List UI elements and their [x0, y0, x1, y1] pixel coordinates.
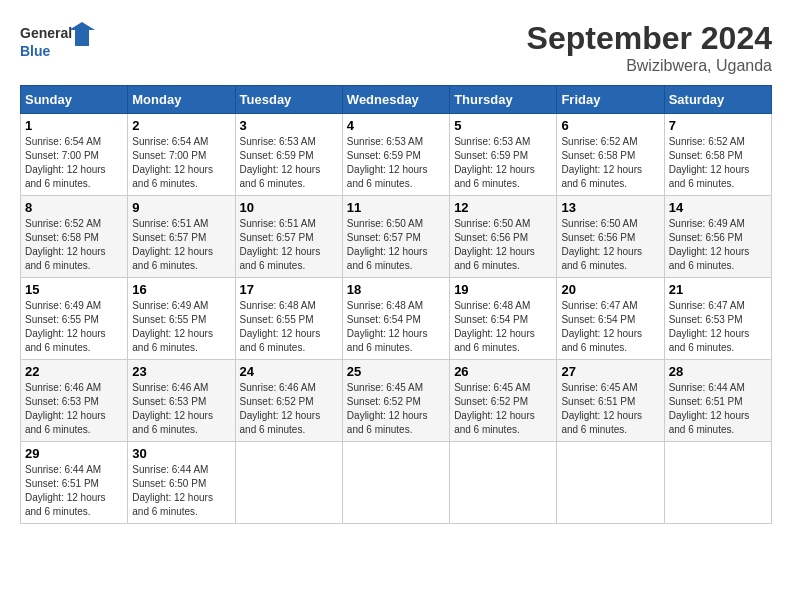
svg-text:Blue: Blue [20, 43, 51, 59]
day-detail: Sunrise: 6:54 AMSunset: 7:00 PMDaylight:… [25, 136, 106, 189]
calendar-body: 1 Sunrise: 6:54 AMSunset: 7:00 PMDayligh… [21, 114, 772, 524]
day-cell-6: 6 Sunrise: 6:52 AMSunset: 6:58 PMDayligh… [557, 114, 664, 196]
day-detail: Sunrise: 6:45 AMSunset: 6:51 PMDaylight:… [561, 382, 642, 435]
day-number: 7 [669, 118, 767, 133]
day-detail: Sunrise: 6:49 AMSunset: 6:55 PMDaylight:… [25, 300, 106, 353]
day-detail: Sunrise: 6:53 AMSunset: 6:59 PMDaylight:… [454, 136, 535, 189]
empty-cell-4-4 [450, 442, 557, 524]
logo-svg: General Blue [20, 20, 100, 65]
day-detail: Sunrise: 6:49 AMSunset: 6:56 PMDaylight:… [669, 218, 750, 271]
day-cell-8: 8 Sunrise: 6:52 AMSunset: 6:58 PMDayligh… [21, 196, 128, 278]
day-number: 30 [132, 446, 230, 461]
day-detail: Sunrise: 6:48 AMSunset: 6:55 PMDaylight:… [240, 300, 321, 353]
day-detail: Sunrise: 6:52 AMSunset: 6:58 PMDaylight:… [25, 218, 106, 271]
day-cell-26: 26 Sunrise: 6:45 AMSunset: 6:52 PMDaylig… [450, 360, 557, 442]
col-tuesday: Tuesday [235, 86, 342, 114]
day-detail: Sunrise: 6:49 AMSunset: 6:55 PMDaylight:… [132, 300, 213, 353]
week-row-3: 15 Sunrise: 6:49 AMSunset: 6:55 PMDaylig… [21, 278, 772, 360]
day-detail: Sunrise: 6:50 AMSunset: 6:56 PMDaylight:… [454, 218, 535, 271]
col-saturday: Saturday [664, 86, 771, 114]
day-number: 5 [454, 118, 552, 133]
day-number: 17 [240, 282, 338, 297]
col-wednesday: Wednesday [342, 86, 449, 114]
empty-cell-4-6 [664, 442, 771, 524]
day-number: 9 [132, 200, 230, 215]
day-cell-24: 24 Sunrise: 6:46 AMSunset: 6:52 PMDaylig… [235, 360, 342, 442]
day-detail: Sunrise: 6:44 AMSunset: 6:50 PMDaylight:… [132, 464, 213, 517]
day-detail: Sunrise: 6:51 AMSunset: 6:57 PMDaylight:… [132, 218, 213, 271]
day-cell-30: 30 Sunrise: 6:44 AMSunset: 6:50 PMDaylig… [128, 442, 235, 524]
day-detail: Sunrise: 6:51 AMSunset: 6:57 PMDaylight:… [240, 218, 321, 271]
svg-text:General: General [20, 25, 72, 41]
day-cell-10: 10 Sunrise: 6:51 AMSunset: 6:57 PMDaylig… [235, 196, 342, 278]
col-thursday: Thursday [450, 86, 557, 114]
empty-cell-4-5 [557, 442, 664, 524]
day-cell-3: 3 Sunrise: 6:53 AMSunset: 6:59 PMDayligh… [235, 114, 342, 196]
header-row: Sunday Monday Tuesday Wednesday Thursday… [21, 86, 772, 114]
location: Bwizibwera, Uganda [527, 57, 772, 75]
calendar-table: Sunday Monday Tuesday Wednesday Thursday… [20, 85, 772, 524]
empty-cell-4-2 [235, 442, 342, 524]
day-detail: Sunrise: 6:48 AMSunset: 6:54 PMDaylight:… [454, 300, 535, 353]
day-cell-29: 29 Sunrise: 6:44 AMSunset: 6:51 PMDaylig… [21, 442, 128, 524]
day-detail: Sunrise: 6:45 AMSunset: 6:52 PMDaylight:… [454, 382, 535, 435]
day-cell-19: 19 Sunrise: 6:48 AMSunset: 6:54 PMDaylig… [450, 278, 557, 360]
day-detail: Sunrise: 6:53 AMSunset: 6:59 PMDaylight:… [240, 136, 321, 189]
day-number: 4 [347, 118, 445, 133]
day-number: 2 [132, 118, 230, 133]
day-number: 22 [25, 364, 123, 379]
day-detail: Sunrise: 6:50 AMSunset: 6:57 PMDaylight:… [347, 218, 428, 271]
day-cell-14: 14 Sunrise: 6:49 AMSunset: 6:56 PMDaylig… [664, 196, 771, 278]
day-number: 14 [669, 200, 767, 215]
day-cell-9: 9 Sunrise: 6:51 AMSunset: 6:57 PMDayligh… [128, 196, 235, 278]
day-cell-1: 1 Sunrise: 6:54 AMSunset: 7:00 PMDayligh… [21, 114, 128, 196]
day-number: 18 [347, 282, 445, 297]
week-row-2: 8 Sunrise: 6:52 AMSunset: 6:58 PMDayligh… [21, 196, 772, 278]
week-row-5: 29 Sunrise: 6:44 AMSunset: 6:51 PMDaylig… [21, 442, 772, 524]
week-row-4: 22 Sunrise: 6:46 AMSunset: 6:53 PMDaylig… [21, 360, 772, 442]
day-cell-25: 25 Sunrise: 6:45 AMSunset: 6:52 PMDaylig… [342, 360, 449, 442]
day-cell-13: 13 Sunrise: 6:50 AMSunset: 6:56 PMDaylig… [557, 196, 664, 278]
week-row-1: 1 Sunrise: 6:54 AMSunset: 7:00 PMDayligh… [21, 114, 772, 196]
svg-marker-2 [69, 22, 95, 46]
col-friday: Friday [557, 86, 664, 114]
day-number: 26 [454, 364, 552, 379]
day-number: 11 [347, 200, 445, 215]
day-number: 12 [454, 200, 552, 215]
day-cell-27: 27 Sunrise: 6:45 AMSunset: 6:51 PMDaylig… [557, 360, 664, 442]
day-cell-18: 18 Sunrise: 6:48 AMSunset: 6:54 PMDaylig… [342, 278, 449, 360]
day-detail: Sunrise: 6:46 AMSunset: 6:53 PMDaylight:… [132, 382, 213, 435]
day-detail: Sunrise: 6:47 AMSunset: 6:54 PMDaylight:… [561, 300, 642, 353]
day-cell-16: 16 Sunrise: 6:49 AMSunset: 6:55 PMDaylig… [128, 278, 235, 360]
day-cell-28: 28 Sunrise: 6:44 AMSunset: 6:51 PMDaylig… [664, 360, 771, 442]
day-detail: Sunrise: 6:54 AMSunset: 7:00 PMDaylight:… [132, 136, 213, 189]
day-number: 16 [132, 282, 230, 297]
day-number: 10 [240, 200, 338, 215]
day-number: 29 [25, 446, 123, 461]
title-block: September 2024 Bwizibwera, Uganda [527, 20, 772, 75]
empty-cell-4-3 [342, 442, 449, 524]
day-detail: Sunrise: 6:52 AMSunset: 6:58 PMDaylight:… [561, 136, 642, 189]
col-sunday: Sunday [21, 86, 128, 114]
day-detail: Sunrise: 6:46 AMSunset: 6:52 PMDaylight:… [240, 382, 321, 435]
day-cell-20: 20 Sunrise: 6:47 AMSunset: 6:54 PMDaylig… [557, 278, 664, 360]
day-cell-11: 11 Sunrise: 6:50 AMSunset: 6:57 PMDaylig… [342, 196, 449, 278]
day-cell-4: 4 Sunrise: 6:53 AMSunset: 6:59 PMDayligh… [342, 114, 449, 196]
day-number: 23 [132, 364, 230, 379]
day-detail: Sunrise: 6:46 AMSunset: 6:53 PMDaylight:… [25, 382, 106, 435]
day-detail: Sunrise: 6:52 AMSunset: 6:58 PMDaylight:… [669, 136, 750, 189]
day-cell-5: 5 Sunrise: 6:53 AMSunset: 6:59 PMDayligh… [450, 114, 557, 196]
day-cell-2: 2 Sunrise: 6:54 AMSunset: 7:00 PMDayligh… [128, 114, 235, 196]
logo: General Blue [20, 20, 100, 65]
page-header: General Blue September 2024 Bwizibwera, … [20, 20, 772, 75]
day-number: 25 [347, 364, 445, 379]
day-number: 27 [561, 364, 659, 379]
day-number: 24 [240, 364, 338, 379]
day-number: 13 [561, 200, 659, 215]
day-detail: Sunrise: 6:48 AMSunset: 6:54 PMDaylight:… [347, 300, 428, 353]
day-cell-21: 21 Sunrise: 6:47 AMSunset: 6:53 PMDaylig… [664, 278, 771, 360]
day-detail: Sunrise: 6:45 AMSunset: 6:52 PMDaylight:… [347, 382, 428, 435]
day-cell-12: 12 Sunrise: 6:50 AMSunset: 6:56 PMDaylig… [450, 196, 557, 278]
month-title: September 2024 [527, 20, 772, 57]
day-number: 19 [454, 282, 552, 297]
